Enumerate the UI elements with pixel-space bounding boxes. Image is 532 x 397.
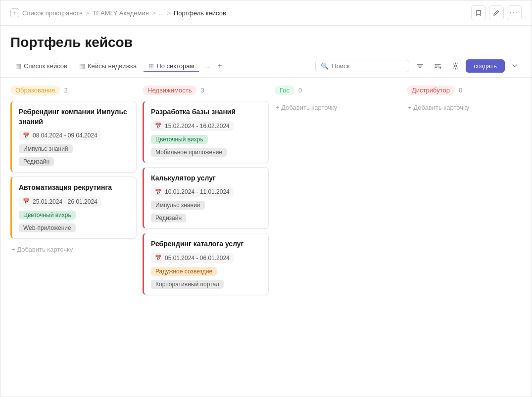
add-card-edu[interactable]: + Добавить карточку [10,243,137,256]
search-input[interactable] [332,62,404,70]
card-1-date: 📅 08.04.2024 - 09.04.2024 [19,131,101,140]
column-count-gov: 0 [298,87,302,94]
card-4-date-text: 10.01.2024 - 11.01.2024 [165,188,230,195]
column-edu: Образование 2 Ребрендинг компании Импуль… [10,86,137,256]
card-3-tag-2: Мобильное приложение [151,148,227,157]
tab-more-btn[interactable]: ... [201,60,212,72]
column-header-gov: Гос 0 [275,86,401,95]
column-gov: Гос 0 + Добавить карточку [275,86,401,114]
app-container: ↑ Список пространств > TEAMLY Академия >… [0,0,532,397]
settings-button[interactable] [448,58,463,73]
card-1-title: Ребрендинг компании Импульс знаний [19,107,129,127]
card-3-date-text: 15.02.2024 - 16.02.2024 [165,123,230,130]
tab-sectors-label: По секторам [156,62,194,70]
column-title-edu: Образование [10,86,60,95]
date-icon: 📅 [23,132,30,139]
card-4-date: 📅 10.01.2024 - 11.01.2024 [151,187,234,197]
back-button[interactable]: ↑ [10,8,19,17]
column-count-realty: 3 [200,87,204,94]
card-4[interactable]: Калькулятор услуг 📅 10.01.2024 - 11.01.2… [143,167,269,229]
card-4-tag-2: Редизайн [151,214,186,222]
column-realty: Недвижимость 3 Разработка базы знаний 📅 … [143,86,269,295]
breadcrumb-ellipsis: ... [158,9,164,17]
column-dist: Дистрибутор 0 + Добавить карточку [407,86,532,114]
column-header-realty: Недвижимость 3 [143,86,269,95]
board: Образование 2 Ребрендинг компании Импуль… [0,78,532,397]
card-1[interactable]: Ребрендинг компании Импульс знаний 📅 08.… [10,101,137,173]
top-nav-actions: ··· [471,5,522,20]
svg-point-0 [454,65,456,67]
edit-button[interactable] [489,5,504,20]
card-5-date-text: 05.01.2024 - 06.01.2024 [165,255,230,262]
tab-list[interactable]: ▦ Список кейсов [10,60,72,72]
date-icon-3: 📅 [155,123,162,129]
breadcrumb: ↑ Список пространств > TEAMLY Академия >… [10,8,226,17]
sort-button[interactable] [430,58,445,73]
tab-realty[interactable]: ▦ Кейсы недвижка [74,60,142,72]
column-header-dist: Дистрибутор 0 [407,86,532,95]
add-card-gov[interactable]: + Добавить карточку [275,101,401,114]
column-title-dist: Дистрибутор [407,86,455,95]
more-options-button[interactable]: ··· [507,5,522,20]
breadcrumb-list: Список пространств [22,9,83,17]
collapse-button[interactable] [508,59,522,73]
card-2-tag-2: Web-приложение [19,223,76,232]
card-5[interactable]: Ребрендинг каталога услуг 📅 05.01.2024 -… [143,233,269,295]
card-2[interactable]: Автоматизация рекрутинга 📅 25.01.2024 - … [10,176,137,239]
list-tab-icon: ▦ [15,62,21,70]
card-5-tag-1: Радужное созвездие [151,267,217,276]
toolbar: ▦ Список кейсов ▦ Кейсы недвижка ⊞ По се… [0,55,532,78]
card-1-tag-1: Импульс знаний [19,144,73,153]
card-5-tag-2: Корпоративный портал [151,280,224,289]
breadcrumb-sep2: > [152,9,156,17]
tab-add-btn[interactable]: + [214,59,225,72]
card-4-tag-1: Импульс знаний [151,201,205,210]
tab-realty-label: Кейсы недвижка [88,62,137,70]
card-2-title: Автоматизация рекрутинга [19,183,129,193]
breadcrumb-sep1: > [86,9,90,17]
column-header-edu: Образование 2 [10,86,137,95]
date-icon-2: 📅 [23,198,30,205]
page-header: Портфель кейсов [0,26,532,55]
column-title-realty: Недвижимость [143,86,196,95]
card-2-date: 📅 25.01.2024 - 26.01.2024 [19,197,101,207]
card-5-date: 📅 05.01.2024 - 06.01.2024 [151,253,234,263]
bookmark-button[interactable] [471,5,486,20]
add-card-dist[interactable]: + Добавить карточку [407,101,532,114]
page-title: Портфель кейсов [10,35,522,50]
card-3-tag-1: Цветочный вихрь [151,135,208,144]
search-icon: 🔍 [321,62,329,70]
breadcrumb-space: TEAMLY Академия [92,9,148,17]
sectors-tab-icon: ⊞ [148,62,154,70]
tab-sectors[interactable]: ⊞ По секторам [144,60,199,72]
breadcrumb-sep3: > [167,9,171,17]
card-2-tag-1: Цветочный вихрь [19,211,76,220]
date-icon-4: 📅 [155,189,162,195]
column-count-edu: 2 [64,87,68,94]
top-nav: ↑ Список пространств > TEAMLY Академия >… [0,0,532,26]
card-3-title: Разработка базы знаний [151,107,261,117]
card-2-date-text: 25.01.2024 - 26.01.2024 [33,198,97,205]
card-3-date: 📅 15.02.2024 - 16.02.2024 [151,121,234,131]
card-1-tag-2: Редизайн [19,157,54,166]
search-box[interactable]: 🔍 [315,60,409,72]
toolbar-right: 🔍 создать [315,58,522,73]
create-button[interactable]: создать [466,59,505,73]
column-title-gov: Гос [275,86,294,95]
column-count-dist: 0 [459,87,462,94]
tab-list-label: Список кейсов [24,62,67,70]
card-3[interactable]: Разработка базы знаний 📅 15.02.2024 - 16… [143,101,269,163]
breadcrumb-current: Портфель кейсов [174,9,226,17]
realty-tab-icon: ▦ [79,62,85,70]
card-4-title: Калькулятор услуг [151,174,261,183]
card-1-date-text: 08.04.2024 - 09.04.2024 [33,132,97,139]
filter-button[interactable] [412,58,427,73]
card-5-title: Ребрендинг каталога услуг [151,239,261,249]
date-icon-5: 📅 [155,255,162,261]
